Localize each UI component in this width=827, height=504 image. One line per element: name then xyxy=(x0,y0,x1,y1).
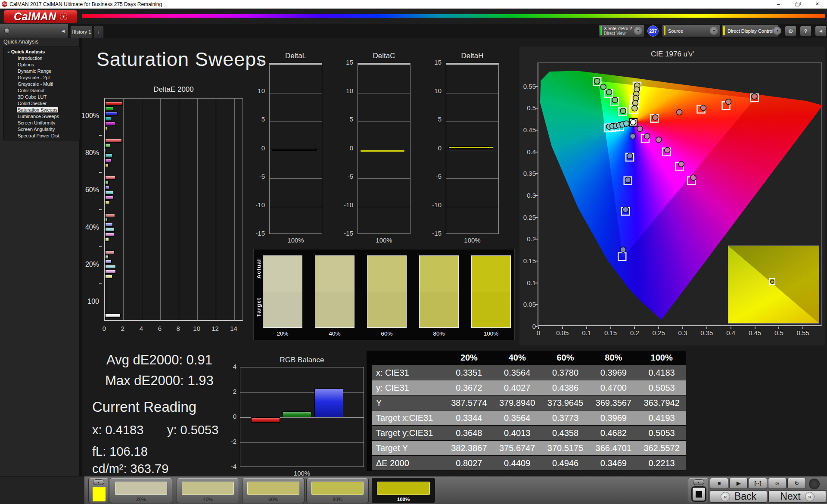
measured-point-magenta xyxy=(656,137,662,143)
deltae-bar-red xyxy=(105,176,115,180)
meter-count-badge[interactable]: 237 xyxy=(647,25,659,37)
collapse-sidebar-button[interactable]: ◀ xyxy=(62,29,65,33)
sidebar-item-introduction[interactable]: Introduction xyxy=(4,55,80,61)
tab-history-1[interactable]: History 1 xyxy=(70,25,93,38)
display-control-dropdown[interactable]: Direct Display Control ▼ xyxy=(721,25,779,37)
rgb-bar-green xyxy=(283,411,311,418)
deltae-bar-blue xyxy=(105,260,112,264)
sidebar-header-bar: ◀ xyxy=(0,24,68,38)
stop-measure-button[interactable] xyxy=(691,486,706,502)
pattern-preview-tile[interactable]: ▲ xyxy=(88,478,109,503)
table-cell: 373.9645 xyxy=(541,398,590,408)
avg-de2000-value: Avg dE2000: 0.91 xyxy=(99,352,220,368)
sidebar-item-grayscale-2pt[interactable]: Grayscale - 2pt xyxy=(4,74,80,81)
pattern-tile-label: 100% xyxy=(372,497,435,502)
table-cell: 0.4682 xyxy=(589,428,637,438)
table-cell: 0.3780 xyxy=(541,368,590,378)
actual-target-swatch-panel: Actual Target 20%40%60%80%100% xyxy=(253,249,515,340)
axis-tick xyxy=(562,327,563,329)
swatch-label: 80% xyxy=(419,330,459,337)
minimize-button[interactable]: ─ xyxy=(769,0,788,8)
play-button[interactable]: ▶ xyxy=(729,478,748,489)
sidebar-item-label: Screen Uniformity xyxy=(17,120,56,125)
gridline xyxy=(142,99,142,320)
table-cell: 0.5053 xyxy=(637,383,686,393)
deltae-bar-yellow xyxy=(105,126,107,130)
rainbow-strip xyxy=(82,14,825,18)
axis-label: 10 xyxy=(429,87,441,94)
measurement-table: 20%40%60%80%100%x: CIE310.33510.35640.37… xyxy=(367,351,686,471)
up-arrow-icon[interactable]: ▲ xyxy=(693,479,704,485)
status-indicator xyxy=(809,479,820,489)
measured-point-blue xyxy=(630,134,635,139)
stop-button[interactable]: ■ xyxy=(710,478,728,489)
axis-tick xyxy=(538,327,539,329)
pattern-swatch xyxy=(311,482,364,495)
deltae-bar-green xyxy=(105,255,109,259)
collapse-right-panel-button[interactable]: ◀ xyxy=(815,25,827,37)
measured-point-cyan xyxy=(624,121,629,126)
up-arrow-icon[interactable]: ▲ xyxy=(93,479,104,485)
table-cell: 0.3564 xyxy=(493,368,541,378)
source-dropdown[interactable]: Source ▼ xyxy=(662,25,720,37)
next-button[interactable]: Next » xyxy=(768,490,826,503)
deltae-bar-magenta xyxy=(105,159,112,162)
table-cell: 0.5053 xyxy=(637,428,686,438)
table-column-header: 60% xyxy=(541,353,590,363)
table-cell: 0.3773 xyxy=(541,413,590,423)
single-measure-button[interactable]: [··] xyxy=(749,478,767,489)
continuous-measure-button[interactable]: ∞ xyxy=(768,478,787,489)
pattern-tile-20%[interactable]: 20% xyxy=(110,478,172,503)
table-cell: 375.6747 xyxy=(493,443,541,453)
axis-tick xyxy=(802,327,803,329)
help-button[interactable]: ? xyxy=(800,25,811,37)
sidebar-item-color-gamut[interactable]: Color Gamut xyxy=(4,87,80,93)
measured-point-green xyxy=(600,84,606,90)
measured-point-green xyxy=(594,78,600,84)
deltae-bar-cyan xyxy=(105,116,111,120)
gridline xyxy=(446,121,498,122)
new-tab-button[interactable]: + xyxy=(93,25,104,38)
close-button[interactable]: ✕ xyxy=(808,0,827,8)
gridline xyxy=(358,121,410,122)
deltae-bar-red xyxy=(105,102,123,106)
pattern-tile-100%[interactable]: 100% xyxy=(372,478,435,503)
current-y-value: y: 0.5053 xyxy=(167,423,218,437)
chevron-down-icon: ▼ xyxy=(634,27,642,35)
pattern-tile-80%[interactable]: 80% xyxy=(306,478,369,503)
titlebar: CM CalMAN 2017 CalMAN Ultimate for Busin… xyxy=(0,0,827,9)
axis-label: 0.4 xyxy=(520,148,536,156)
axis-label: 100 xyxy=(65,298,99,305)
refresh-button[interactable]: ↻ xyxy=(787,478,806,489)
settings-button[interactable]: ⚙ xyxy=(785,25,796,37)
axis-label: 0 xyxy=(252,144,265,152)
measured-point-magenta xyxy=(644,134,650,139)
table-cell: 0.3564 xyxy=(493,413,541,423)
sidebar-item-dynamic-range[interactable]: Dynamic Range xyxy=(4,68,80,74)
back-button[interactable]: « Back xyxy=(710,490,767,503)
pattern-tile-40%[interactable]: 40% xyxy=(177,478,239,503)
axis-tick xyxy=(658,327,659,329)
panel-options-button[interactable] xyxy=(4,28,10,34)
deltae-bar-blue xyxy=(105,112,118,115)
pattern-swatch xyxy=(247,482,299,495)
axis-label: 0.25 xyxy=(520,214,536,221)
pattern-tile-60%[interactable]: 60% xyxy=(242,478,305,503)
measure-control-tile: ▲ xyxy=(688,478,709,503)
table-cell: 366.4701 xyxy=(589,443,637,453)
restore-button[interactable] xyxy=(788,0,808,8)
sidebar-item-grayscale-multi[interactable]: Grayscale - Multi xyxy=(4,81,80,87)
axis-tick xyxy=(535,261,538,261)
play-icon: ▶ xyxy=(737,480,740,486)
calman-menu-button[interactable]: CalMAN ▼ xyxy=(3,10,78,23)
deltah-y-axis: 151050-5-10-15 xyxy=(429,63,443,235)
sidebar-item-options[interactable]: Options xyxy=(4,61,80,68)
axis-label: 20% xyxy=(65,261,99,268)
measured-point-magenta xyxy=(665,147,670,153)
axis-label: -15 xyxy=(340,230,353,237)
table-cell: 0.3969 xyxy=(589,413,637,423)
table-row: Target Y382.3867375.6747370.5175366.4701… xyxy=(372,441,686,456)
tree-root-quick-analysis[interactable]: ◢ Quick Analysis xyxy=(4,48,80,55)
table-row-label: Y xyxy=(372,398,445,408)
meter-dropdown[interactable]: X-Rite i1Pro 2 Direct View ▼ xyxy=(599,25,644,37)
